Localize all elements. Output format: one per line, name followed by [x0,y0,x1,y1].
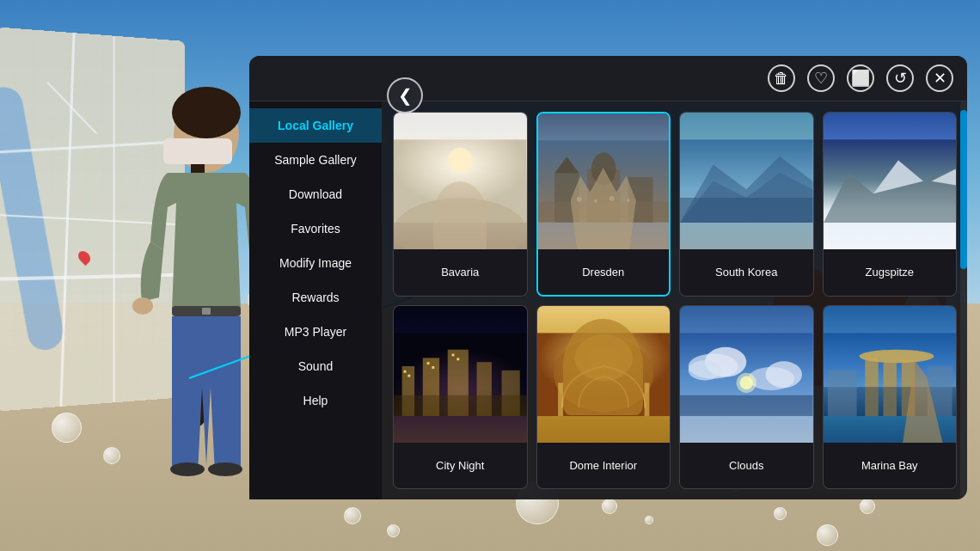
svg-point-24 [626,199,629,202]
svg-rect-17 [587,169,620,223]
svg-rect-28 [680,198,813,223]
sidebar-item-label: Local Gallery [278,119,353,132]
gallery-item-label: City Night [394,443,527,488]
bubble-14 [817,524,838,546]
svg-rect-39 [404,370,407,372]
gallery-item-dome[interactable]: Dome Interior [536,305,671,490]
close-icon: ✕ [934,69,946,88]
svg-rect-34 [402,366,414,416]
svg-rect-59 [680,395,813,415]
gallery-thumbnail [680,306,813,443]
svg-rect-50 [644,383,649,416]
bubble-0 [52,413,82,443]
gallery-item-clouds[interactable]: Clouds [679,305,814,490]
svg-rect-35 [423,358,439,416]
svg-point-13 [448,148,473,173]
stop-button[interactable]: ⬜ [847,64,874,92]
svg-point-23 [609,196,614,201]
svg-point-4 [132,297,153,315]
svg-rect-67 [883,387,896,416]
heart-icon: ♡ [814,69,828,88]
svg-point-9 [170,462,205,476]
close-button[interactable]: ✕ [926,64,953,92]
sidebar-item-download[interactable]: Download [249,177,382,211]
gallery-item-south-korea[interactable]: South Korea [679,112,814,297]
thumb-svg [538,113,670,249]
thumb-svg [394,113,527,249]
bubble-13 [387,524,400,537]
svg-point-47 [554,337,653,412]
gallery-item-label: Marina Bay [824,443,957,488]
sidebar-item-label: Sample Gallery [274,153,357,167]
map-road [113,36,115,403]
svg-rect-43 [452,353,455,356]
sidebar-item-help[interactable]: Help [249,383,382,418]
thumb-svg [394,306,527,443]
gallery-thumbnail [537,306,671,443]
svg-rect-20 [538,202,670,223]
svg-rect-49 [558,383,563,416]
svg-point-18 [591,153,616,186]
svg-rect-66 [865,387,878,416]
bubble-11 [645,516,653,524]
scroll-bar[interactable] [960,101,967,499]
sidebar-item-label: Modify Image [279,256,352,270]
stop-icon: ⬜ [851,69,870,88]
sidebar-item-label: Sound [298,359,333,373]
svg-point-21 [576,197,581,202]
svg-point-56 [765,361,801,388]
gallery-item-bavaria[interactable]: Bavaria [393,112,528,297]
ui-panel: 🗑 ♡ ⬜ ↺ ✕ Local Gallery Sample Gallery D… [249,56,967,499]
thumb-svg [824,306,957,443]
toolbar: 🗑 ♡ ⬜ ↺ ✕ [249,56,967,101]
svg-rect-44 [456,358,459,360]
gallery-item-label: South Korea [680,249,813,295]
svg-rect-45 [394,395,527,415]
sidebar-item-modify-image[interactable]: Modify Image [249,246,382,280]
sidebar-item-label: Help [303,394,328,407]
gallery-grid: Bavaria [393,112,957,489]
favorite-button[interactable]: ♡ [807,64,835,92]
sidebar-item-favorites[interactable]: Favorites [249,211,382,246]
svg-point-48 [574,334,633,381]
svg-rect-70 [927,366,952,416]
bubble-1 [103,447,120,464]
sidebar-nav: Local Gallery Sample Gallery Download Fa… [249,101,383,499]
svg-rect-8 [202,308,211,315]
gallery-thumbnail [394,113,527,249]
sidebar-item-local-gallery[interactable]: Local Gallery [249,108,382,143]
sidebar-item-mp3-player[interactable]: MP3 Player [249,315,382,349]
svg-point-1 [172,87,241,138]
sidebar-item-sample-gallery[interactable]: Sample Gallery [249,143,382,177]
scroll-thumb[interactable] [960,110,967,269]
back-button[interactable]: ❮ [387,77,423,113]
svg-point-54 [689,360,722,380]
gallery-area: Bavaria [383,101,967,499]
delete-button[interactable]: 🗑 [768,64,795,92]
svg-point-22 [593,199,597,203]
svg-rect-68 [901,387,914,416]
bubble-9 [774,507,787,520]
content-area: Local Gallery Sample Gallery Download Fa… [249,101,967,499]
gallery-item-city-night[interactable]: City Night [393,305,528,490]
gallery-thumbnail [824,306,957,443]
sidebar-item-rewards[interactable]: Rewards [249,280,382,315]
sidebar-item-label: MP3 Player [285,325,346,339]
gallery-item-label: Zugspitze [824,249,957,295]
gallery-item-dresden[interactable]: Dresden [536,112,671,297]
gallery-item-label: Dome Interior [537,443,671,488]
sidebar-item-sound[interactable]: Sound [249,349,382,383]
gallery-item-label: Clouds [680,443,813,488]
vr-headset [163,138,232,164]
svg-point-58 [740,376,753,389]
gallery-item-zugspitze[interactable]: Zugspitze [823,112,958,297]
gallery-thumbnail [824,113,957,249]
sidebar-item-label: Favorites [291,222,340,236]
gallery-item-marina-bay[interactable]: Marina Bay [823,305,958,490]
replay-button[interactable]: ↺ [886,64,914,92]
svg-point-10 [208,462,242,476]
svg-rect-38 [502,370,520,415]
bubble-4 [602,499,617,514]
thumb-svg [680,306,813,443]
sidebar-item-label: Rewards [291,291,339,304]
